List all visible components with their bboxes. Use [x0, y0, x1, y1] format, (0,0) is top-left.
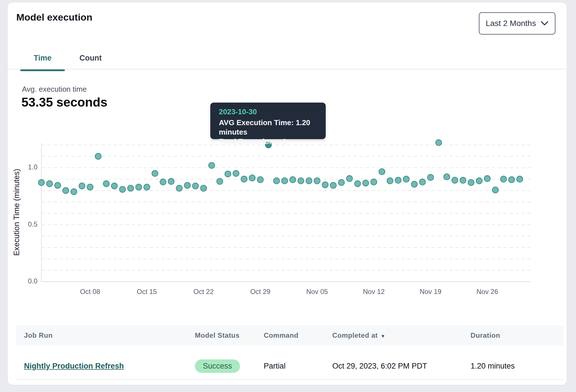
data-point[interactable] [484, 175, 490, 181]
column-header-completed-at[interactable]: Completed at▼ [332, 325, 385, 346]
data-point[interactable] [492, 187, 498, 193]
x-tick-label: Nov 19 [420, 288, 441, 295]
sort-desc-icon[interactable]: ▼ [381, 334, 385, 339]
data-point[interactable] [233, 170, 239, 176]
data-point[interactable] [79, 183, 85, 189]
data-point[interactable] [363, 180, 369, 186]
data-point[interactable] [47, 181, 53, 187]
data-point[interactable] [355, 181, 361, 187]
data-point[interactable] [209, 163, 215, 169]
data-point[interactable] [427, 174, 433, 180]
data-point[interactable] [501, 176, 507, 182]
data-point[interactable] [95, 153, 101, 159]
status-badge: Success [195, 359, 240, 373]
data-point[interactable] [144, 184, 150, 190]
data-point[interactable] [87, 184, 93, 190]
data-point[interactable] [168, 178, 174, 184]
data-point[interactable] [201, 185, 207, 191]
column-header-job-run: Job Run [24, 325, 53, 346]
data-point[interactable] [55, 182, 61, 188]
data-point[interactable] [217, 178, 223, 184]
command-cell: Partial [264, 356, 286, 376]
data-point[interactable] [152, 170, 158, 176]
y-tick-label: 0.0 [28, 277, 37, 285]
data-point[interactable] [338, 179, 344, 185]
data-point[interactable] [322, 182, 328, 188]
data-point[interactable] [63, 187, 69, 193]
data-point[interactable] [411, 181, 417, 187]
data-point[interactable] [436, 140, 442, 146]
data-point[interactable] [379, 169, 385, 175]
chart-tooltip: 2023-10-30 AVG Execution Time: 1.20 minu… [210, 103, 326, 139]
completed-at-cell: Oct 29, 2023, 6:02 PM PDT [332, 356, 427, 376]
data-point[interactable] [452, 177, 458, 183]
data-point[interactable] [71, 189, 77, 195]
data-point[interactable] [128, 185, 134, 191]
data-point[interactable] [419, 179, 425, 185]
column-header-model-status: Model Status [195, 325, 240, 346]
date-range-dropdown[interactable]: Last 2 Months [479, 12, 555, 35]
x-tick-label: Oct 22 [193, 288, 214, 295]
avg-execution-time-label: Avg. execution time [22, 85, 87, 94]
y-tick-label: 1.0 [28, 163, 37, 171]
data-point[interactable] [184, 182, 190, 188]
data-point[interactable] [444, 174, 450, 180]
data-point[interactable] [517, 176, 523, 182]
row-divider [16, 379, 563, 380]
x-tick-label: Nov 12 [363, 288, 385, 295]
data-point[interactable] [468, 179, 474, 185]
x-tick-label: Nov 26 [476, 288, 498, 295]
column-header-duration: Duration [471, 325, 500, 346]
data-point[interactable] [387, 178, 393, 184]
data-point[interactable] [476, 178, 482, 184]
x-tick-label: Oct 29 [250, 288, 271, 295]
data-point[interactable] [176, 185, 182, 191]
data-point[interactable] [111, 183, 117, 189]
data-point[interactable] [160, 179, 166, 185]
data-point[interactable] [298, 178, 304, 184]
data-point[interactable] [330, 182, 336, 188]
tab-count[interactable]: Count [68, 51, 113, 69]
data-point[interactable] [282, 178, 288, 184]
table-header: Job Run Model Status Command Completed a… [16, 325, 563, 346]
x-tick-label: Nov 05 [306, 288, 328, 295]
job-run-link[interactable]: Nightly Production Refresh [24, 362, 124, 371]
tab-bar: Time Count [8, 51, 567, 69]
column-header-completed-at-label: Completed at [332, 331, 378, 339]
model-execution-card: Model execution Last 2 Months Time Count… [7, 2, 567, 385]
column-header-command: Command [264, 325, 299, 346]
data-point[interactable] [193, 183, 199, 189]
y-tick-label: 0.5 [28, 220, 37, 228]
page-title: Model execution [16, 12, 92, 23]
data-point[interactable] [314, 178, 320, 184]
data-point[interactable] [460, 177, 466, 183]
data-point[interactable] [395, 177, 401, 183]
table-row: Nightly Production Refresh Success Parti… [16, 356, 563, 376]
data-point[interactable] [403, 176, 409, 182]
data-point[interactable] [136, 184, 142, 190]
data-point[interactable] [249, 175, 255, 181]
data-point[interactable] [347, 175, 353, 181]
duration-cell: 1.20 minutes [471, 356, 515, 376]
data-point[interactable] [241, 176, 247, 182]
data-point[interactable] [39, 179, 45, 185]
chevron-down-icon [541, 21, 549, 26]
x-tick-label: Oct 08 [80, 288, 100, 295]
y-axis-title: Execution Time (minutes) [12, 169, 21, 256]
data-point[interactable] [371, 179, 377, 185]
avg-execution-time-value: 53.35 seconds [21, 95, 107, 109]
data-point[interactable] [509, 177, 515, 183]
tab-time[interactable]: Time [20, 51, 65, 69]
tooltip-total-executions: Total Executions: 1 [219, 137, 317, 146]
data-point[interactable] [103, 181, 109, 187]
data-point[interactable] [273, 178, 279, 184]
tooltip-date: 2023-10-30 [219, 107, 317, 116]
execution-time-chart[interactable]: 0.00.51.0Execution Time (minutes)Oct 08O… [8, 3, 567, 314]
data-point[interactable] [119, 186, 125, 192]
date-range-label: Last 2 Months [486, 19, 536, 28]
data-point[interactable] [306, 178, 312, 184]
data-point[interactable] [290, 177, 296, 183]
data-point[interactable] [225, 171, 231, 177]
data-point[interactable] [257, 177, 263, 183]
tooltip-avg-execution-time: AVG Execution Time: 1.20 minutes [219, 118, 317, 137]
